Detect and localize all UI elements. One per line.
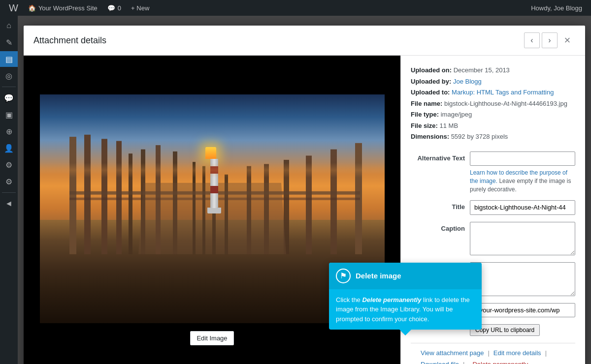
download-link[interactable]: Download file — [421, 361, 459, 364]
meta-file-size: File size: 11 MB — [411, 121, 575, 131]
sidebar-icon-settings[interactable]: ⚙ — [0, 174, 18, 189]
modal-overlay: Attachment details ‹ › × — [18, 16, 591, 364]
lighthouse-lantern — [205, 147, 216, 159]
caption-input[interactable] — [470, 222, 575, 256]
new-link[interactable]: + New — [126, 0, 154, 16]
file-metadata: Uploaded on: December 15, 2013 Uploaded … — [411, 65, 575, 142]
comments-icon: 💬 — [107, 4, 115, 12]
meta-uploaded-on: Uploaded on: December 15, 2013 — [411, 65, 575, 75]
tooltip-arrow — [399, 330, 411, 335]
sidebar: ⌂ ✎ ▤ ◎ 💬 ▣ ⊕ 👤 ⚙ ⚙ ◄ — [0, 16, 18, 364]
delete-permanently-link[interactable]: Delete permanently — [472, 361, 528, 364]
stripe-2 — [210, 186, 218, 193]
file-type-value: image/jpeg — [441, 111, 472, 118]
sidebar-separator-2 — [2, 192, 16, 193]
modal-navigation: ‹ › × — [524, 32, 575, 48]
sidebar-icon-media[interactable]: ▤ — [0, 51, 18, 67]
title-row: Title — [411, 200, 575, 215]
alt-text-input[interactable] — [470, 152, 575, 166]
next-button[interactable]: › — [542, 32, 558, 48]
dimensions-label: Dimensions: — [411, 133, 449, 140]
sidebar-icon-collapse[interactable]: ◄ — [0, 196, 18, 212]
caption-row: Caption — [411, 222, 575, 256]
dimensions-value: 5592 by 3728 pixels — [451, 133, 508, 140]
site-link[interactable]: 🏠 Your WordPress Site — [23, 0, 102, 16]
edit-image-button[interactable]: Edit Image — [190, 331, 233, 345]
sidebar-icon-comments[interactable]: 💬 — [0, 90, 18, 106]
uploaded-to-label: Uploaded to: — [411, 89, 450, 96]
lighthouse — [207, 147, 221, 213]
modal-title: Attachment details — [33, 35, 106, 46]
uploaded-by-link[interactable]: Joe Blogg — [453, 78, 482, 85]
title-label: Title — [411, 200, 465, 211]
uploaded-on-value: December 15, 2013 — [454, 66, 510, 74]
wp-logo[interactable]: W — [4, 2, 23, 14]
user-greeting[interactable]: Howdy, Joe Blogg — [526, 0, 587, 16]
description-input[interactable] — [470, 262, 575, 296]
image-panel: Edit Image ⚑ Delete image Click the Dele… — [24, 56, 400, 364]
file-size-label: File size: — [411, 122, 438, 129]
meta-file-type: File type: image/jpeg — [411, 110, 575, 120]
sep-2: | — [545, 349, 547, 357]
new-label: + New — [131, 4, 149, 12]
meta-uploaded-to: Uploaded to: Markup: HTML Tags and Forma… — [411, 88, 575, 97]
tooltip-icon: ⚑ — [336, 269, 351, 283]
site-name: Your WordPress Site — [38, 4, 98, 12]
view-attachment-link[interactable]: View attachment page — [421, 349, 484, 357]
file-type-label: File type: — [411, 111, 439, 118]
file-url-input[interactable] — [470, 303, 575, 318]
file-name-label: File name: — [411, 100, 442, 107]
alt-text-group: Learn how to describe the purpose of the… — [470, 152, 575, 194]
comments-link[interactable]: 💬 0 — [102, 0, 126, 16]
copy-url-container: Copy URL to clipboard — [470, 324, 575, 336]
modal-body: Edit Image ⚑ Delete image Click the Dele… — [24, 56, 585, 364]
meta-uploaded-by: Uploaded by: Joe Blogg — [411, 77, 575, 87]
sep-3: | — [463, 361, 464, 364]
howdy-text: Howdy, Joe Blogg — [531, 4, 582, 12]
sidebar-icon-posts[interactable]: ✎ — [0, 34, 18, 50]
file-name-value: bigstock-Lighthouse-At-Night-44466193.jp… — [444, 100, 567, 107]
close-button[interactable]: × — [559, 32, 575, 48]
sidebar-icon-users[interactable]: 👤 — [0, 140, 18, 156]
sidebar-separator — [2, 87, 16, 87]
horizon-glow — [40, 163, 385, 178]
uploaded-to-link[interactable]: Markup: HTML Tags and Formatting — [452, 89, 554, 96]
sidebar-icon-tools[interactable]: ⚙ — [0, 157, 18, 173]
alt-text-row: Alternative Text Learn how to describe t… — [411, 152, 575, 194]
sidebar-icon-pages[interactable]: ◎ — [0, 68, 18, 84]
lighthouse-base — [207, 208, 221, 213]
caption-label: Caption — [411, 222, 465, 232]
tooltip-popup: ⚑ Delete image Click the Delete permanen… — [329, 263, 482, 330]
wp-layout: ⌂ ✎ ▤ ◎ 💬 ▣ ⊕ 👤 ⚙ ⚙ ◄ Attachment details… — [0, 16, 591, 364]
uploaded-by-label: Uploaded by: — [411, 78, 451, 85]
modal-footer: View attachment page | Edit more details… — [411, 343, 575, 364]
tooltip-title: Delete image — [356, 272, 401, 280]
sidebar-icon-dashboard[interactable]: ⌂ — [0, 18, 18, 33]
alt-text-label: Alternative Text — [411, 152, 465, 162]
title-input[interactable] — [470, 200, 575, 215]
uploaded-on-label: Uploaded on: — [411, 66, 452, 74]
home-icon: 🏠 — [28, 4, 36, 12]
sidebar-icon-appearance[interactable]: ▣ — [0, 107, 18, 122]
edit-details-link[interactable]: Edit more details — [493, 349, 541, 357]
svg-rect-10 — [101, 139, 107, 254]
file-size-value: 11 MB — [440, 122, 459, 129]
modal-header: Attachment details ‹ › × — [24, 26, 585, 56]
attachment-modal: Attachment details ‹ › × — [24, 26, 585, 364]
meta-file-name: File name: bigstock-Lighthouse-At-Night-… — [411, 99, 575, 109]
comments-count: 0 — [118, 4, 121, 12]
alt-text-hint: Learn how to describe the purpose of the… — [470, 169, 575, 193]
sep-1: | — [488, 349, 489, 357]
tooltip-header: ⚑ Delete image — [329, 263, 482, 289]
meta-dimensions: Dimensions: 5592 by 3728 pixels — [411, 132, 575, 142]
sidebar-icon-plugins[interactable]: ⊕ — [0, 123, 18, 139]
svg-rect-8 — [69, 137, 76, 254]
admin-bar: W 🏠 Your WordPress Site 💬 0 + New Howdy,… — [0, 0, 591, 16]
prev-button[interactable]: ‹ — [524, 32, 540, 48]
main-content: Attachment details ‹ › × — [18, 16, 591, 364]
tooltip-body: Click the Delete permanently link to del… — [329, 289, 482, 330]
